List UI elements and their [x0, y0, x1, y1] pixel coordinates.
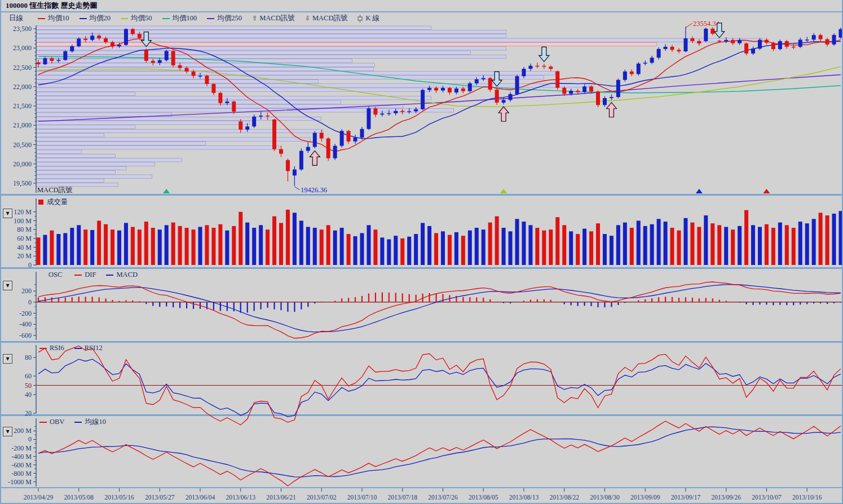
x-axis-date-label: 2013/07/18: [388, 494, 418, 501]
main-ytick-label: 23,500: [13, 25, 32, 33]
rsi-ytick-label: 80: [25, 353, 32, 361]
rsi12-line: [38, 359, 841, 417]
obv-ytick-label: 0: [28, 435, 32, 443]
main-ytick-label: 23,000: [13, 44, 32, 52]
rsi-axis: [33, 345, 36, 413]
x-axis-date-label: 2013/08/30: [590, 494, 620, 501]
x-axis-date-label: 2013/04/29: [24, 494, 54, 501]
volume-ytick-label: 0: [28, 261, 32, 269]
x-axis-date-label: 2013/08/05: [469, 494, 498, 501]
obv-ytick-label: 200 M: [14, 427, 32, 435]
macd-ytick-label: -600: [19, 331, 32, 339]
x-axis-date-label: 2013/09/26: [712, 494, 742, 501]
x-axis-date-label: 2013/05/27: [145, 494, 175, 501]
main-ytick-label: 22,500: [13, 64, 32, 72]
obv-ytick-label: -1000 M: [8, 478, 32, 486]
macd-line: [38, 285, 841, 332]
volume-axis: [33, 198, 36, 266]
date-axis: 2013/04/292013/05/082013/05/162013/05/27…: [24, 488, 822, 501]
x-axis-date-label: 2013/09/17: [671, 494, 701, 501]
rsi-ytick-label: 20: [25, 409, 32, 417]
volume-ytick-label: 120 M: [14, 208, 32, 216]
x-axis-date-label: 2013/07/10: [347, 494, 377, 501]
stock-chart-window: { "window": { "title": "100000 恆生指數 歷史走勢…: [0, 0, 843, 504]
main-ytick-label: 22,000: [13, 83, 32, 91]
main-ytick-label: 20,500: [13, 141, 32, 149]
chart-canvas: 23,50023,00022,50022,00021,50021,00020,5…: [1, 0, 843, 504]
macd-axis: [33, 272, 36, 340]
x-axis-date-label: 2013/06/13: [226, 494, 256, 501]
rsi-ytick-label: 40: [25, 391, 32, 399]
obv-ytick-label: -200 M: [11, 444, 32, 452]
x-axis-date-label: 2013/06/21: [266, 494, 296, 501]
volume-ytick-label: 100 M: [14, 217, 32, 225]
macd-ytick-label: 200: [21, 287, 32, 295]
main-ytick-label: 21,000: [13, 121, 32, 129]
x-axis-date-label: 2013/05/08: [64, 494, 94, 501]
x-axis-date-label: 2013/10/07: [752, 494, 782, 501]
x-axis-date-label: 2013/05/16: [104, 494, 134, 501]
x-axis-date-label: 2013/07/26: [428, 494, 458, 501]
x-axis-date-label: 2013/08/22: [550, 494, 580, 501]
obv-line: [38, 421, 841, 486]
x-axis-date-label: 2013/08/13: [509, 494, 539, 501]
x-axis-date-label: 2013/06/04: [186, 494, 215, 501]
main-price-axis: [33, 25, 36, 193]
macd-ytick-label: -200: [19, 310, 32, 317]
volume-ytick-label: 80 M: [17, 226, 32, 233]
obv-axis: [33, 418, 36, 487]
bottom-triangle-markers: [163, 189, 770, 193]
rsi-ytick-label: 50: [25, 382, 32, 390]
obv-ytick-label: -400 M: [11, 453, 32, 461]
rsi-ytick-label: 60: [25, 372, 32, 380]
x-axis-date-label: 2013/10/16: [792, 494, 822, 501]
volume-bars: [37, 210, 843, 265]
main-ytick-label: 20,000: [13, 160, 32, 168]
obv-ytick-label: -800 M: [11, 470, 32, 478]
main-ytick-label: 21,500: [13, 102, 32, 110]
macd-histogram: [38, 293, 841, 313]
obv-ma-line: [38, 427, 841, 477]
macd-ytick-label: 0: [28, 298, 32, 306]
x-axis-date-label: 2013/09/09: [630, 494, 660, 501]
main-ytick-label: 19,500: [13, 179, 32, 187]
x-axis-date-label: 2013/07/02: [307, 494, 337, 501]
volume-ytick-label: 40 M: [17, 244, 32, 251]
dif-line: [38, 282, 841, 338]
macd-ytick-label: -400: [19, 320, 32, 328]
volume-ytick-label: 20 M: [17, 252, 32, 260]
obv-ytick-label: -600 M: [11, 461, 32, 469]
volume-ytick-label: 60 M: [17, 235, 32, 242]
